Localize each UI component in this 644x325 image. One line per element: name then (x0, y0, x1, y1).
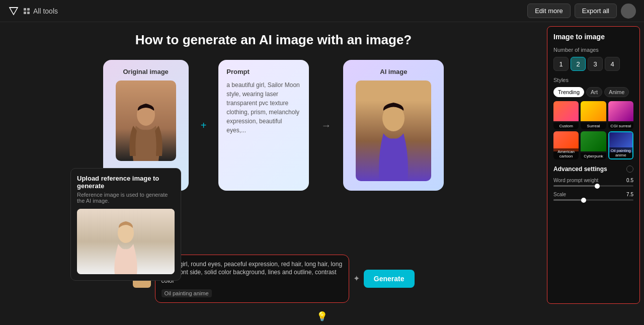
style-cyberpunk-label: Cyberpunk (581, 153, 606, 159)
num-btn-1[interactable]: 1 (553, 57, 569, 71)
right-panel: Image to image Number of images 1 2 3 4 … (547, 26, 640, 304)
num-btn-2[interactable]: 2 (571, 57, 586, 71)
lightbulb-icon: 💡 (316, 311, 328, 322)
edit-more-button[interactable]: Edit more (527, 4, 571, 18)
style-cyberpunk[interactable]: Cyberpunk (581, 131, 606, 159)
ai-card-title: AI image (380, 68, 407, 75)
style-custom-label: Custom (553, 123, 579, 129)
ai-image (356, 80, 431, 181)
center-area: How to generate an AI image with an imag… (0, 22, 547, 308)
prompt-input-area[interactable]: A cool girl, round eyes, peaceful expres… (155, 255, 349, 303)
generate-button[interactable]: Generate (364, 270, 415, 288)
all-tools-label: All tools (33, 7, 58, 15)
scale-label: Scale 7.5 (553, 192, 633, 197)
tooltip-image (77, 209, 175, 274)
ai-girl-silhouette (368, 101, 419, 181)
bottom-hint: 💡 (0, 308, 644, 325)
advanced-settings-toggle[interactable] (626, 166, 633, 173)
word-prompt-weight-thumb[interactable] (595, 184, 600, 189)
ref-person-silhouette (106, 219, 146, 274)
avatar[interactable] (621, 4, 636, 19)
woman-silhouette (126, 101, 166, 161)
scale-fill (553, 199, 584, 201)
svg-point-9 (119, 225, 133, 238)
prompt-text: a beautiful girl, Sailor Moon style, wea… (226, 80, 301, 135)
style-custom[interactable]: Custom (553, 101, 579, 129)
prompt-input-text[interactable]: A cool girl, round eyes, peaceful expres… (162, 260, 343, 285)
style-oil[interactable]: Oil painting anime (608, 131, 633, 159)
prompt-style-tag: Oil painting anime (162, 289, 212, 297)
word-prompt-weight-value: 0.5 (626, 178, 633, 183)
style-american-label: American cartoon (553, 148, 579, 159)
style-grid: Custom Surreal CGI surreal American cart… (553, 101, 633, 159)
style-tab-art[interactable]: Art (586, 87, 602, 97)
style-surreal-label: Surreal (581, 123, 606, 129)
style-cgi-label: CGI surreal (608, 123, 633, 129)
panel-title: Image to image (553, 33, 633, 41)
svg-rect-0 (24, 8, 26, 11)
style-tabs: Trending Art Anime (553, 87, 633, 97)
word-prompt-weight-section: Word prompt weight 0.5 (553, 178, 633, 187)
scale-thumb[interactable] (581, 198, 586, 203)
svg-rect-3 (27, 12, 30, 14)
arrow-icon: → (321, 120, 331, 131)
advanced-settings-header: Advanced settings (553, 166, 633, 173)
word-prompt-weight-label: Word prompt weight 0.5 (553, 178, 633, 183)
word-prompt-weight-track[interactable] (553, 185, 633, 187)
scale-track[interactable] (553, 199, 633, 201)
advanced-settings-title: Advanced settings (553, 166, 607, 173)
svg-rect-1 (27, 8, 30, 11)
styles-label: Styles (553, 77, 633, 83)
scale-section: Scale 7.5 (553, 192, 633, 201)
style-tab-anime[interactable]: Anime (604, 87, 629, 97)
tooltip-desc: Reference image is used to generate the … (77, 192, 175, 204)
header: All tools Edit more Export all (0, 0, 644, 22)
logo-icon (8, 6, 19, 17)
export-all-button[interactable]: Export all (575, 4, 617, 18)
tools-icon (23, 8, 30, 15)
scale-value: 7.5 (626, 192, 633, 197)
svg-rect-2 (24, 12, 26, 14)
plus-icon: + (201, 120, 207, 131)
style-tab-trending[interactable]: Trending (553, 87, 584, 97)
num-images-buttons: 1 2 3 4 (553, 57, 633, 71)
page-title: How to generate an AI image with an imag… (135, 32, 412, 48)
prompt-card: Prompt a beautiful girl, Sailor Moon sty… (218, 60, 309, 191)
word-prompt-weight-fill (553, 185, 597, 187)
original-image (116, 80, 176, 161)
magic-button[interactable]: ✦ (353, 274, 360, 283)
num-btn-3[interactable]: 3 (588, 57, 603, 71)
svg-point-7 (383, 108, 404, 126)
style-oil-label: Oil painting anime (609, 147, 632, 158)
original-card-title: Original image (123, 68, 169, 75)
style-american[interactable]: American cartoon (553, 131, 579, 159)
style-cgi[interactable]: CGI surreal (608, 101, 633, 129)
prompt-card-title: Prompt (226, 68, 301, 75)
header-left: All tools (8, 6, 58, 17)
style-surreal[interactable]: Surreal (581, 101, 606, 129)
all-tools-button[interactable]: All tools (23, 7, 58, 15)
main-content: How to generate an AI image with an imag… (0, 22, 644, 308)
tooltip-title: Upload reference image to generate (77, 175, 175, 190)
num-images-label: Number of images (553, 47, 633, 53)
num-btn-4[interactable]: 4 (605, 57, 620, 71)
header-right: Edit more Export all (527, 4, 636, 19)
ai-card: AI image (343, 60, 444, 191)
upload-tooltip: Upload reference image to generate Refer… (70, 168, 181, 281)
